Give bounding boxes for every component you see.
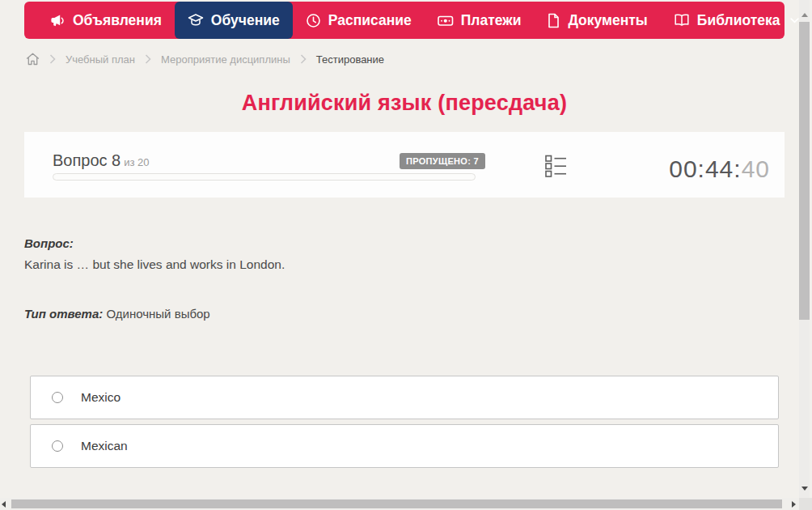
answer-option-label: Mexican	[81, 439, 128, 453]
scroll-up-arrow-icon[interactable]	[801, 13, 808, 17]
breadcrumb-item-discipline-event[interactable]: Мероприятие дисциплины	[161, 53, 290, 66]
document-icon	[547, 13, 560, 28]
banknote-icon	[438, 13, 454, 28]
radio-button[interactable]	[52, 392, 63, 403]
home-icon[interactable]	[26, 53, 40, 66]
timer-seconds: 40	[742, 155, 770, 182]
chevron-right-icon	[300, 54, 307, 64]
question-number: Вопрос 8из 20	[53, 151, 150, 170]
nav-item-label: Платежи	[461, 12, 522, 29]
chevron-right-icon	[145, 54, 151, 64]
nav-item-label: Расписание	[328, 12, 412, 29]
answer-type-line: Тип ответа: Одиночный выбор	[24, 307, 210, 321]
scrollbar-corner	[799, 498, 812, 510]
question-prompt-label: Вопрос:	[24, 236, 74, 250]
question-text: Karina is … but she lives and works in L…	[24, 257, 285, 272]
nav-item-payments[interactable]: Платежи	[425, 2, 535, 39]
nav-item-documents[interactable]: Документы	[534, 2, 660, 39]
main-navigation-bar: Объявления Обучение Расписание	[24, 2, 785, 39]
clock-icon	[306, 13, 321, 28]
nav-item-learning[interactable]: Обучение	[175, 2, 293, 39]
answer-option-label: Mexico	[81, 390, 121, 405]
nav-item-schedule[interactable]: Расписание	[293, 2, 425, 39]
chevron-right-icon	[49, 54, 56, 64]
nav-item-library[interactable]: Библиотека	[661, 2, 812, 39]
timer: 00:44:40	[669, 155, 770, 183]
answer-type-value: Одиночный выбор	[106, 307, 209, 321]
answer-option-mexican[interactable]: Mexican	[30, 424, 779, 468]
skipped-badge: ПРОПУЩЕНО: 7	[400, 153, 485, 169]
scroll-left-arrow-icon[interactable]	[2, 501, 6, 508]
scroll-down-arrow-icon[interactable]	[801, 487, 808, 491]
chevron-down-icon	[790, 18, 799, 23]
breadcrumb-item-testing: Тестирование	[316, 53, 384, 66]
answer-option-mexico[interactable]: Mexico	[30, 376, 779, 419]
megaphone-icon	[50, 13, 66, 28]
nav-item-announcements[interactable]: Объявления	[37, 2, 175, 39]
question-header-panel: Вопрос 8из 20 ПРОПУЩЕНО: 7 00:44:40	[24, 132, 785, 198]
timer-hours-minutes: 00:44:	[669, 155, 741, 182]
question-list-icon[interactable]	[545, 155, 567, 178]
breadcrumb: Учебный план Мероприятие дисциплины Тест…	[26, 51, 384, 67]
horizontal-scrollbar[interactable]	[0, 498, 799, 510]
open-book-icon	[674, 13, 690, 28]
scroll-right-arrow-icon[interactable]	[792, 501, 796, 508]
question-progress-bar	[53, 173, 476, 181]
breadcrumb-item-curriculum[interactable]: Учебный план	[66, 53, 135, 66]
nav-item-label: Библиотека	[697, 12, 780, 29]
answer-type-label: Тип ответа:	[24, 307, 103, 321]
question-of-total: из 20	[124, 156, 149, 168]
horizontal-scrollbar-thumb[interactable]	[11, 499, 782, 508]
page-title: Английский язык (пересдача)	[0, 91, 809, 116]
vertical-scrollbar-thumb[interactable]	[799, 22, 810, 320]
nav-item-label: Обучение	[211, 12, 280, 29]
nav-item-label: Документы	[568, 12, 647, 29]
radio-button[interactable]	[52, 440, 63, 452]
question-number-text: Вопрос 8	[53, 151, 121, 169]
vertical-scrollbar[interactable]	[799, 0, 810, 498]
nav-item-label: Объявления	[73, 12, 162, 29]
graduation-cap-icon	[188, 13, 204, 28]
